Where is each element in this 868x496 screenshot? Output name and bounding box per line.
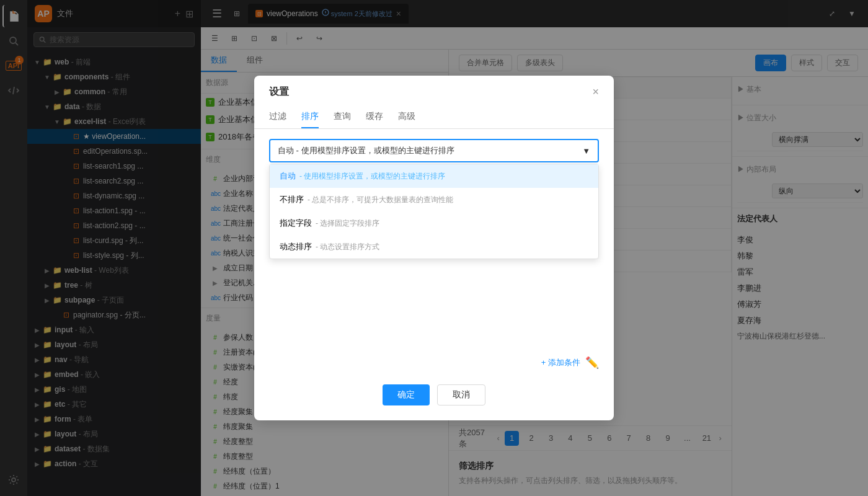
modal-tab-cache[interactable]: 缓存 <box>366 106 383 128</box>
sort-option-label: 动态排序 <box>280 241 312 252</box>
sort-dropdown: 自动 - 使用模型排序设置，或模型的主键进行排序 不排序 - 总是不排序，可提升… <box>269 164 599 259</box>
modal-overlay[interactable]: 设置 × 过滤 排序 查询 缓存 高级 自动 - 使用模型排序设置，或模型的主键… <box>0 0 868 496</box>
settings-modal: 设置 × 过滤 排序 查询 缓存 高级 自动 - 使用模型排序设置，或模型的主键… <box>254 76 614 420</box>
sort-option-label: 不排序 <box>280 194 304 205</box>
sort-option-auto[interactable]: 自动 - 使用模型排序设置，或模型的主键进行排序 <box>270 164 598 188</box>
sort-select-wrapper: 自动 - 使用模型排序设置，或模型的主键进行排序 ▼ 自动 - 使用模型排序设置… <box>269 139 599 259</box>
sort-option-none[interactable]: 不排序 - 总是不排序，可提升大数据量表的查询性能 <box>270 188 598 211</box>
modal-tab-query[interactable]: 查询 <box>334 106 351 128</box>
sort-select-display[interactable]: 自动 - 使用模型排序设置，或模型的主键进行排序 ▼ <box>269 139 599 162</box>
sort-option-desc: - 总是不排序，可提升大数据量表的查询性能 <box>308 195 453 205</box>
condition-row: + 添加条件 ✏️ <box>269 269 599 370</box>
sort-option-desc: - 使用模型排序设置，或模型的主键进行排序 <box>299 171 445 182</box>
cancel-btn[interactable]: 取消 <box>437 384 485 405</box>
add-condition-btn[interactable]: + 添加条件 <box>541 357 580 368</box>
sort-option-field[interactable]: 指定字段 - 选择固定字段排序 <box>270 211 598 235</box>
modal-close-btn[interactable]: × <box>592 86 599 99</box>
modal-tabs: 过滤 排序 查询 缓存 高级 <box>254 106 614 129</box>
sort-option-desc: - 动态设置排序方式 <box>316 242 379 252</box>
modal-header: 设置 × <box>254 76 614 99</box>
sort-option-label: 自动 <box>280 170 296 182</box>
sort-current-value: 自动 - 使用模型排序设置，或模型的主键进行排序 <box>278 145 454 156</box>
sort-option-dynamic[interactable]: 动态排序 - 动态设置排序方式 <box>270 235 598 259</box>
modal-title: 设置 <box>269 86 289 99</box>
sort-option-label: 指定字段 <box>280 218 312 229</box>
edit-condition-icon[interactable]: ✏️ <box>585 356 599 370</box>
modal-footer: 确定 取消 <box>254 379 614 405</box>
confirm-btn[interactable]: 确定 <box>383 384 430 405</box>
modal-tab-filter[interactable]: 过滤 <box>269 106 286 128</box>
modal-tab-sort[interactable]: 排序 <box>301 106 319 128</box>
sort-option-desc: - 选择固定字段排序 <box>316 218 379 229</box>
sort-dropdown-arrow: ▼ <box>582 146 590 156</box>
modal-tab-advanced[interactable]: 高级 <box>398 106 415 128</box>
modal-body: 自动 - 使用模型排序设置，或模型的主键进行排序 ▼ 自动 - 使用模型排序设置… <box>254 129 614 379</box>
